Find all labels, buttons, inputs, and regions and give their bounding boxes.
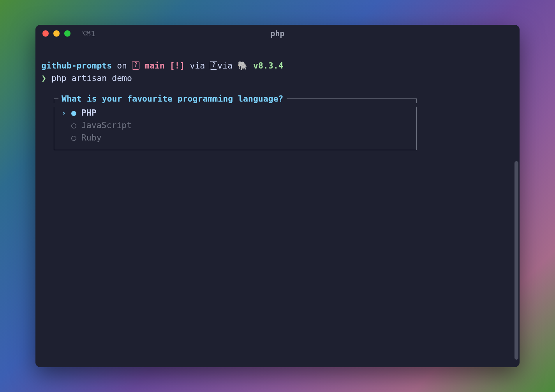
command-text: php artisan demo — [46, 73, 132, 83]
via-icon: ? — [210, 61, 217, 70]
prompt-question-row: What is your favourite programming langu… — [54, 96, 417, 108]
close-button[interactable] — [42, 30, 49, 37]
select-prompt[interactable]: What is your favourite programming langu… — [54, 96, 417, 150]
prompt-char: ❯ — [41, 73, 46, 83]
command-line: ❯ php artisan demo — [41, 72, 514, 84]
branch-name: main — [144, 61, 165, 70]
title-bar: ⌥⌘1 php — [35, 25, 520, 42]
shell-prompt-line: github-prompts on ? main [!] via ?via 🐘 … — [41, 60, 514, 72]
php-version: v8.3.4 — [248, 61, 284, 70]
terminal-content[interactable]: github-prompts on ? main [!] via ?via 🐘 … — [35, 42, 520, 150]
via-text2: via — [217, 61, 238, 70]
window-title: php — [270, 29, 284, 38]
options-container: › ● PHP › ○ JavaScript › ○ Ruby — [54, 107, 417, 150]
option-javascript[interactable]: › ○ JavaScript — [54, 119, 416, 132]
branch-icon: ? — [132, 61, 144, 70]
scrollbar[interactable] — [514, 161, 518, 360]
traffic-lights — [42, 30, 70, 37]
terminal-window: ⌥⌘1 php github-prompts on ? main [!] via… — [35, 25, 520, 367]
elephant-icon: 🐘 — [238, 61, 248, 70]
maximize-button[interactable] — [64, 30, 70, 37]
branch-status: [!] — [165, 61, 185, 70]
prompt-question: What is your favourite programming langu… — [62, 93, 284, 105]
minimize-button[interactable] — [53, 30, 60, 37]
on-text: on — [112, 61, 132, 70]
option-ruby[interactable]: › ○ Ruby — [54, 132, 416, 144]
tab-indicator: ⌥⌘1 — [81, 29, 95, 38]
via-text: via — [185, 61, 210, 70]
option-php[interactable]: › ● PHP — [54, 107, 416, 119]
project-name: github-prompts — [41, 61, 112, 70]
